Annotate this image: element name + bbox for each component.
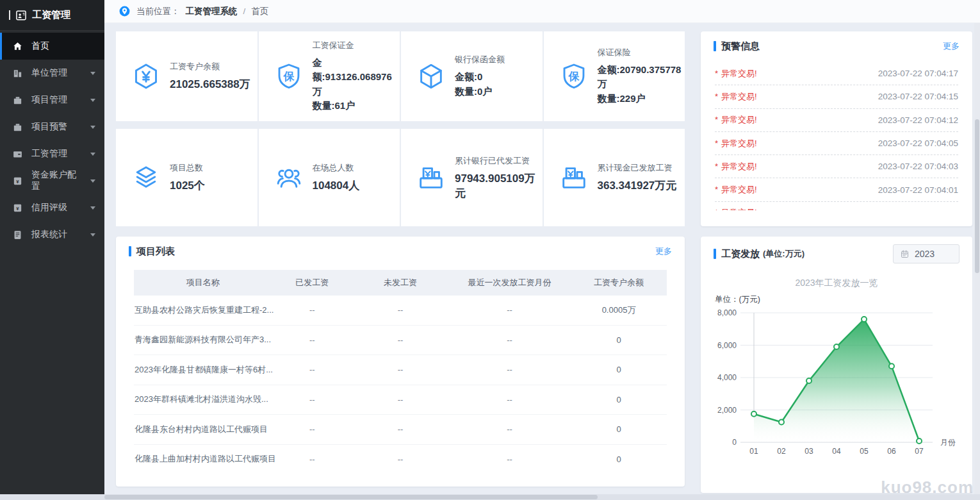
stat-card-label: 累计现金已发放工资 <box>598 162 677 174</box>
breadcrumb-separator: / <box>243 6 246 16</box>
warning-item[interactable]: *异常交易!2023-07-22 07:03:59 <box>715 202 958 210</box>
content: 工资专户余额21025.665388万保工资保证金金额:913126.06897… <box>104 23 980 493</box>
year-picker[interactable]: 2023 <box>893 244 960 263</box>
cell-balance: 0 <box>571 355 667 385</box>
warning-item[interactable]: *异常交易!2023-07-22 07:04:12 <box>715 109 958 132</box>
more-link-projects[interactable]: 更多 <box>655 246 672 257</box>
sidebar-item-1[interactable]: 单位管理 <box>0 60 104 87</box>
sidebar-item-2[interactable]: 项目管理 <box>0 87 104 113</box>
column-header: 最近一次发放工资月份 <box>448 270 571 296</box>
sidebar-item-6[interactable]: ¥信用评级 <box>0 194 104 221</box>
cell-balance: 0.0005万 <box>571 296 667 325</box>
sidebar-item-home[interactable]: 首页 <box>0 33 104 60</box>
warning-item[interactable]: *异常交易!2023-07-22 07:04:15 <box>715 85 958 108</box>
cell-unpaid: -- <box>352 385 448 415</box>
breadcrumb-prefix: 当前位置： <box>136 6 180 17</box>
cell-paid: -- <box>272 385 352 415</box>
table-row[interactable]: 化隆县东台村村内道路以工代赈项目------0 <box>134 415 667 445</box>
chevron-down-icon <box>90 206 95 210</box>
warning-panel-title: 预警信息 <box>721 40 760 53</box>
sidebar-item-label: 单位管理 <box>31 67 67 79</box>
sidebar-item-label: 报表统计 <box>31 229 67 240</box>
chevron-down-icon <box>90 126 95 129</box>
warning-item[interactable]: *异常交易!2023-07-22 07:04:17 <box>715 62 958 85</box>
home-icon <box>12 41 23 52</box>
stat-card-label: 累计银行已代发工资 <box>455 155 543 167</box>
sidebar-item-label: 项目预警 <box>31 121 67 133</box>
table-row[interactable]: 青海鑫园新能源科技有限公司年产3...------0 <box>134 325 667 355</box>
title-accent-bar <box>714 249 716 259</box>
svg-text:保: 保 <box>568 70 580 83</box>
warning-star-icon: * <box>715 162 718 171</box>
credit-rating-icon: ¥ <box>12 203 23 213</box>
table-row[interactable]: 化隆县上曲加村村内道路以工代赈项目------0 <box>134 444 667 474</box>
cash-icon <box>416 163 446 192</box>
sidebar-item-4[interactable]: 工资管理 <box>0 140 104 167</box>
warning-panel: 预警信息 更多 *异常交易!2023-07-22 07:04:17*异常交易!2… <box>701 31 972 226</box>
project-icon <box>12 95 23 106</box>
warning-item[interactable]: *异常交易!2023-07-22 07:04:03 <box>715 155 958 178</box>
svg-text:04: 04 <box>832 447 841 456</box>
stat-card: 保工资保证金金额:913126.068976万数量:61户 <box>259 31 400 121</box>
breadcrumb-root[interactable]: 工资管理系统 <box>186 6 238 17</box>
sidebar-menu: 首页单位管理项目管理项目预警工资管理¥资金账户配置¥信用评级报表统计 <box>0 33 104 248</box>
stat-card-line: 金额:20790.375778万 <box>598 63 685 92</box>
svg-text:6,000: 6,000 <box>717 341 737 350</box>
horizontal-scrollbar <box>0 494 980 500</box>
chevron-down-icon <box>90 179 95 183</box>
project-table: 项目名称已发工资未发工资最近一次发放工资月份工资专户余额 互助县农村公路灾后恢复… <box>134 270 667 474</box>
cell-balance: 0 <box>571 444 667 474</box>
warning-star-icon: * <box>715 208 718 210</box>
cube-icon <box>416 62 446 91</box>
warning-item[interactable]: *异常交易!2023-07-22 07:04:05 <box>715 132 958 155</box>
svg-text:0: 0 <box>732 438 737 447</box>
svg-text:月份: 月份 <box>940 438 956 447</box>
warning-star-icon: * <box>715 69 718 78</box>
svg-text:03: 03 <box>804 447 813 456</box>
stat-card: 工资专户余额21025.665388万 <box>116 31 257 121</box>
stat-card-value: 1025个 <box>170 178 205 193</box>
cell-unpaid: -- <box>352 415 448 445</box>
horizontal-scrollbar-thumb[interactable] <box>104 495 598 499</box>
right-column: 预警信息 更多 *异常交易!2023-07-22 07:04:17*异常交易!2… <box>701 31 972 493</box>
warning-item[interactable]: *异常交易!2023-07-22 07:04:01 <box>715 178 958 201</box>
sidebar-item-7[interactable]: 报表统计 <box>0 221 104 248</box>
table-row[interactable]: 互助县农村公路灾后恢复重建工程-2...------0.0005万 <box>134 296 667 325</box>
stat-card-text: 累计现金已发放工资363.341927万元 <box>598 162 677 193</box>
fund-account-icon: ¥ <box>12 176 23 187</box>
cell-unpaid: -- <box>352 296 448 325</box>
cash-icon <box>559 163 589 192</box>
warning-text: *异常交易! <box>715 161 757 172</box>
cell-paid: -- <box>272 296 352 325</box>
salary-area-chart: 02,0004,0006,0008,00001020304050607月份 <box>701 305 972 465</box>
warning-timestamp: 2023-07-22 07:03:59 <box>878 208 958 210</box>
badge-icon <box>15 9 28 22</box>
warning-text: *异常交易! <box>715 68 757 79</box>
more-link-warnings[interactable]: 更多 <box>943 40 960 52</box>
vertical-scrollbar-thumb[interactable] <box>975 119 979 273</box>
layers-icon <box>131 163 161 192</box>
stat-cards-row-2: 项目总数1025个在场总人数104804人累计银行已代发工资97943.9051… <box>116 129 685 226</box>
cell-paid: -- <box>272 355 352 385</box>
table-row[interactable]: 2023年化隆县甘都镇隆康一村等6村...------0 <box>134 355 667 385</box>
cell-unpaid: -- <box>352 355 448 385</box>
app-title: 工资管理 <box>32 9 70 21</box>
cell-balance: 0 <box>571 385 667 415</box>
table-row[interactable]: 2023年群科镇滩北村溢洪道沟水毁...------0 <box>134 385 667 415</box>
vertical-scrollbar <box>974 23 980 494</box>
column-header: 未发工资 <box>352 270 448 296</box>
sidebar-item-label: 首页 <box>31 40 49 52</box>
logo-divider <box>9 10 10 20</box>
warning-text: *异常交易! <box>715 114 757 126</box>
stat-card-label: 工资专户余额 <box>170 61 250 72</box>
sidebar-item-3[interactable]: 项目预警 <box>0 113 104 140</box>
sidebar: 工资管理 首页单位管理项目管理项目预警工资管理¥资金账户配置¥信用评级报表统计 <box>0 0 104 500</box>
cell-name: 化隆县上曲加村村内道路以工代赈项目 <box>134 444 272 474</box>
year-picker-value: 2023 <box>915 249 935 259</box>
stat-card-label: 银行保函金额 <box>455 54 505 65</box>
warning-text: *异常交易! <box>715 91 757 103</box>
sidebar-item-5[interactable]: ¥资金账户配置 <box>0 167 104 194</box>
stat-card-value: 363.341927万元 <box>598 178 677 193</box>
warning-list: *异常交易!2023-07-22 07:04:17*异常交易!2023-07-2… <box>715 62 958 210</box>
warning-timestamp: 2023-07-22 07:04:15 <box>878 92 958 101</box>
